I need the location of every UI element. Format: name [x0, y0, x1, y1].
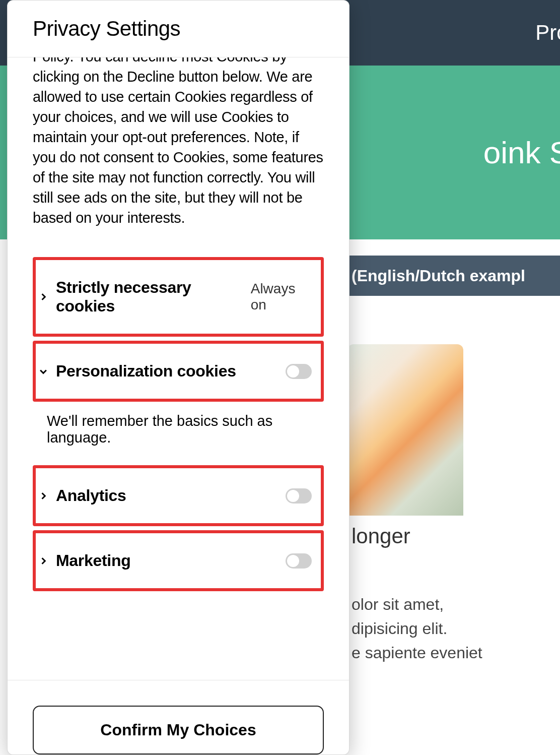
modal-body[interactable]: Policy. You can decline most Cookies by … [8, 57, 349, 680]
confirm-choices-button[interactable]: Confirm My Choices [33, 706, 324, 754]
category-personalization[interactable]: Personalization cookies [33, 341, 324, 402]
modal-footer: Confirm My Choices [8, 680, 349, 754]
breadcrumb-text: (English/Dutch exampl [352, 267, 525, 285]
product-image [347, 344, 463, 516]
product-title-fragment: longer [352, 524, 410, 548]
category-marketing[interactable]: Marketing [33, 530, 324, 591]
category-label: Strictly necessary cookies [56, 278, 245, 316]
chevron-right-icon [37, 489, 50, 502]
always-on-label: Always on [251, 281, 312, 313]
category-label: Analytics [56, 486, 279, 505]
privacy-settings-modal: Privacy Settings Policy. You can decline… [7, 0, 349, 755]
marketing-toggle[interactable] [286, 553, 312, 569]
nav-link-products[interactable]: Prod [535, 21, 560, 45]
modal-title: Privacy Settings [33, 17, 324, 41]
chevron-down-icon [37, 365, 50, 378]
chevron-right-icon [37, 554, 50, 568]
modal-header: Privacy Settings [8, 1, 349, 57]
category-analytics[interactable]: Analytics [33, 465, 324, 526]
category-label: Personalization cookies [56, 362, 279, 381]
analytics-toggle[interactable] [286, 488, 312, 504]
hero-text: oink Slam [483, 135, 560, 170]
background-breadcrumb: (English/Dutch exampl [347, 256, 560, 296]
category-strictly-necessary[interactable]: Strictly necessary cookies Always on [33, 257, 324, 337]
category-label: Marketing [56, 551, 279, 570]
privacy-description: Policy. You can decline most Cookies by … [33, 57, 324, 228]
personalization-description: We'll remember the basics such as langua… [33, 402, 324, 450]
personalization-toggle[interactable] [286, 364, 312, 379]
chevron-right-icon [37, 290, 50, 303]
product-description-fragment: olor sit amet, dipisicing elit. e sapien… [352, 592, 560, 665]
